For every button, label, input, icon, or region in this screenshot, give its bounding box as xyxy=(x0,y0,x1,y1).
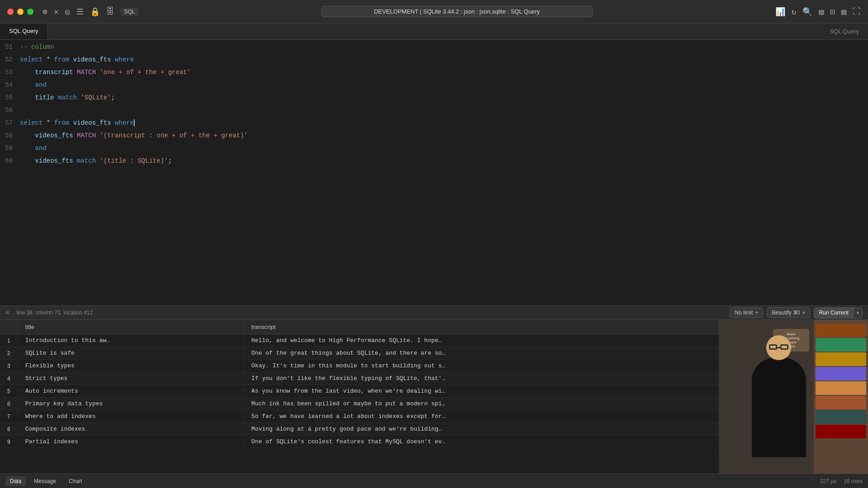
token-kw: where xyxy=(115,56,134,63)
maximize-button[interactable] xyxy=(27,9,33,15)
table-header-row: title transcript xyxy=(0,320,719,334)
row-number-cell: 5 xyxy=(0,385,18,398)
main-area: 51-- column52select * from videos_fts wh… xyxy=(0,40,868,488)
row-number-cell: 4 xyxy=(0,372,18,385)
code-line: 53 transcript MATCH 'one + of + the + gr… xyxy=(0,69,868,81)
token-kw-match: MATCH xyxy=(77,69,96,76)
token-ident: videos_fts xyxy=(35,132,73,139)
bookmark-icon[interactable]: ⊕ xyxy=(42,7,47,17)
token-str: 'SQLite' xyxy=(80,94,111,101)
column-header-transcript: transcript xyxy=(244,320,719,334)
results-table: title transcript 1Introduction to this a… xyxy=(0,320,719,448)
stop-icon[interactable]: ✕ xyxy=(54,7,59,17)
eye-icon[interactable]: ◎ xyxy=(65,7,70,17)
status-actions: No limit ▾ Beautify ⌘I ▾ Run Current ▾ xyxy=(730,307,863,319)
table-row[interactable]: 9Partial indexesOne of SQLite's coolest … xyxy=(0,436,719,448)
results-tab-chart[interactable]: Chart xyxy=(64,476,86,486)
token-plain: * xyxy=(42,119,54,127)
database-icon[interactable]: 🗄 xyxy=(106,7,114,16)
token-ident: videos_fts xyxy=(35,157,73,164)
token-plain xyxy=(73,132,77,139)
title-cell: Flexible types xyxy=(18,360,244,372)
token-kw: from xyxy=(54,119,70,127)
tab-label-right: SQL Query xyxy=(830,28,859,35)
code-editor[interactable]: 51-- column52select * from videos_fts wh… xyxy=(0,40,868,305)
fullscreen-icon[interactable]: ⛶ xyxy=(853,7,861,16)
token-plain: * xyxy=(42,56,54,63)
line-number: 56 xyxy=(4,107,20,114)
code-line: 57select * from videos_fts where xyxy=(0,119,868,132)
line-content: and xyxy=(20,145,47,152)
token-kw: match xyxy=(77,157,96,164)
presenter xyxy=(734,335,823,474)
title-cell: Primary key data types xyxy=(18,398,244,410)
run-current-button[interactable]: Run Current xyxy=(814,307,853,319)
line-content: select * from videos_fts where xyxy=(20,56,134,63)
token-plain xyxy=(111,56,115,63)
transcript-cell: Moving along at a pretty good pace and w… xyxy=(244,423,719,436)
glasses-left xyxy=(769,344,777,350)
token-plain: ; xyxy=(111,94,115,101)
table-row[interactable]: 8Composite indexesMoving along at a pret… xyxy=(0,423,719,436)
row-number-cell: 6 xyxy=(0,398,18,410)
timing-stat: 227 µs xyxy=(820,478,836,484)
token-plain xyxy=(111,119,115,127)
transcript-cell: Okay. It's time in this module to start … xyxy=(244,360,719,372)
lock-icon[interactable]: 🔒 xyxy=(90,7,100,17)
chart-icon[interactable]: 📊 xyxy=(775,7,785,17)
code-line: 59 and xyxy=(0,145,868,157)
transcript-cell: One of SQLite's coolest features that My… xyxy=(244,436,719,448)
beautify-button[interactable]: Beautify ⌘I ▾ xyxy=(767,307,810,318)
tab-label-left: SQL Query xyxy=(9,28,38,34)
editor-container: 51-- column52select * from videos_fts wh… xyxy=(0,40,868,488)
tab-sql-query-left[interactable]: SQL Query xyxy=(0,23,48,39)
titlebar-left-icons: ⊕ ✕ ◎ ☰ 🔒 🗄 SQL xyxy=(42,7,139,17)
refresh-icon[interactable]: ↻ xyxy=(792,7,797,17)
transcript-cell: Hello, and welcome to High Performance S… xyxy=(244,334,719,347)
table-row[interactable]: 2SQLite is safeOne of the great things a… xyxy=(0,347,719,360)
token-plain xyxy=(69,119,73,127)
glasses-right xyxy=(780,344,788,350)
table-row[interactable]: 6Primary key data typesMuch ink has been… xyxy=(0,398,719,410)
tab-sql-query-right[interactable]: SQL Query xyxy=(821,23,868,39)
results-tab-message[interactable]: Message xyxy=(29,476,61,486)
list-icon[interactable]: ☰ xyxy=(76,7,84,17)
token-kw-match: MATCH xyxy=(77,132,96,139)
sidebar-left-icon[interactable]: ▤ xyxy=(819,7,824,17)
minimize-button[interactable] xyxy=(17,9,24,15)
token-kw: where xyxy=(115,119,134,127)
row-num-header xyxy=(0,320,18,334)
results-tab-data[interactable]: Data xyxy=(5,476,26,486)
table-row[interactable]: 3Flexible typesOkay. It's time in this m… xyxy=(0,360,719,372)
panel-icon[interactable]: ⊡ xyxy=(830,7,835,17)
token-kw: select xyxy=(20,56,42,63)
table-row[interactable]: 7Where to add indexesSo far, we have lea… xyxy=(0,410,719,423)
token-kw: and xyxy=(35,81,47,89)
table-row[interactable]: 5Auto incrementsAs you know from the las… xyxy=(0,385,719,398)
row-number-cell: 1 xyxy=(0,334,18,347)
token-ident: title xyxy=(35,94,54,101)
row-count-stat: 16 rows xyxy=(844,478,863,484)
title-cell: Composite indexes xyxy=(18,423,244,436)
table-row[interactable]: 4Strict typesIf you don't like the flexi… xyxy=(0,372,719,385)
status-icon: ≡ xyxy=(5,309,9,316)
line-number: 57 xyxy=(4,119,20,127)
close-button[interactable] xyxy=(7,9,14,15)
line-number: 60 xyxy=(4,157,20,164)
traffic-lights xyxy=(7,9,33,15)
transcript-cell: If you don't like the flexible typing of… xyxy=(244,372,719,385)
transcript-cell: One of the great things about SQLite, an… xyxy=(244,347,719,360)
title-cell: SQLite is safe xyxy=(18,347,244,360)
token-kw: from xyxy=(54,56,70,63)
title-cell: Partial indexes xyxy=(18,436,244,448)
token-plain xyxy=(54,94,58,101)
search-icon[interactable]: 🔍 xyxy=(802,7,812,17)
no-limit-chevron: ▾ xyxy=(755,310,758,316)
line-number: 53 xyxy=(4,69,20,76)
title-input[interactable] xyxy=(321,6,593,17)
sidebar-right-icon[interactable]: ▤ xyxy=(841,7,846,17)
no-limit-button[interactable]: No limit ▾ xyxy=(730,307,763,318)
run-dropdown-button[interactable]: ▾ xyxy=(854,307,863,319)
table-row[interactable]: 1Introduction to this aw…Hello, and welc… xyxy=(0,334,719,347)
token-kw: match xyxy=(58,94,77,101)
